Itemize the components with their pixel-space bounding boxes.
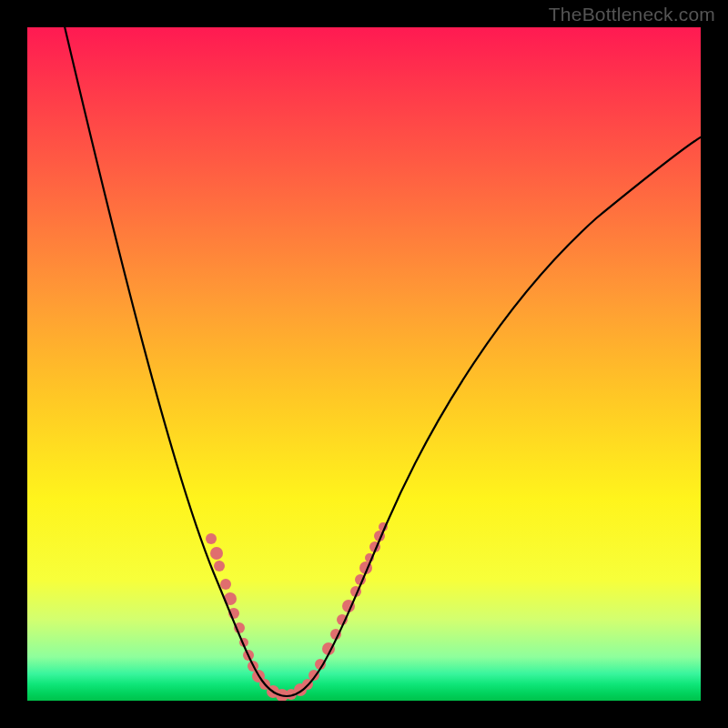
scatter-dot — [214, 561, 225, 571]
bottleneck-curve — [64, 27, 701, 696]
scatter-layer — [206, 522, 388, 701]
scatter-dot — [206, 533, 217, 544]
plot-area — [27, 27, 701, 701]
chart-svg — [27, 27, 701, 701]
watermark-text: TheBottleneck.com — [549, 4, 715, 25]
scatter-dot — [210, 547, 223, 560]
chart-frame: TheBottleneck.com — [0, 0, 728, 728]
scatter-dot — [220, 579, 231, 590]
